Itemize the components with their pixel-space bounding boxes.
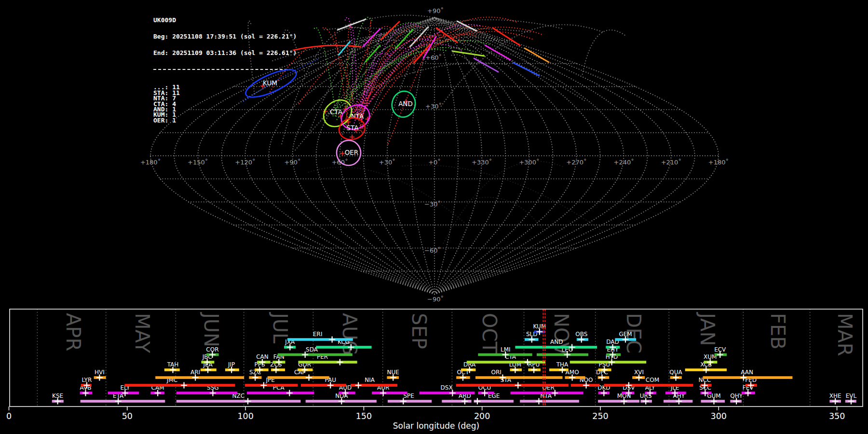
radiant-label-AND: AND bbox=[398, 100, 413, 108]
lat-label: −30˚ bbox=[424, 201, 441, 208]
lon-label: +270˚ bbox=[566, 159, 586, 166]
shower-peak-JMC bbox=[181, 382, 187, 389]
shower-label-COM: COM bbox=[646, 377, 659, 383]
shower-label-OBS: OBS bbox=[575, 331, 587, 338]
shower-bar-PAU bbox=[301, 384, 346, 387]
x-axis-title: Solar longitude (deg) bbox=[393, 421, 480, 431]
shower-QHY: QHY bbox=[730, 393, 743, 405]
lon-label: +300˚ bbox=[519, 159, 539, 166]
shower-label-THA: THA bbox=[556, 361, 569, 368]
month-label-AUG: AUG bbox=[339, 313, 361, 355]
lon-label: +180˚ bbox=[140, 159, 161, 166]
meteor-streak bbox=[293, 45, 361, 50]
sporadic-tracks bbox=[414, 52, 426, 73]
longitude-labels: +180˚+150˚+120˚+90˚+60˚+30˚+0˚+330˚+300˚… bbox=[140, 159, 729, 166]
shower-label-QUA: QUA bbox=[669, 369, 682, 376]
lon-label: +30˚ bbox=[379, 159, 395, 166]
x-tick-label: 250 bbox=[592, 411, 608, 421]
shower-bar-SSG bbox=[176, 392, 238, 394]
shower-peak-PER bbox=[337, 359, 343, 366]
meteor-trails bbox=[244, 15, 626, 244]
sporadic-tracks bbox=[583, 30, 626, 74]
shower-label-XVI: XVI bbox=[634, 369, 644, 376]
month-label-MAR: MAR bbox=[834, 313, 856, 356]
shower-bar-CTA bbox=[467, 361, 545, 364]
sporadic-faint bbox=[444, 162, 563, 244]
sporadic-faint bbox=[307, 167, 466, 224]
lat-label: +60˚ bbox=[425, 54, 442, 61]
grid-meridian bbox=[434, 17, 719, 294]
shower-label-LMI: LMI bbox=[501, 346, 511, 353]
shower-peak-NIA bbox=[355, 382, 362, 389]
shower-label-KSE: KSE bbox=[52, 393, 63, 399]
sta-tracks bbox=[347, 25, 352, 125]
shower-label-ERI: ERI bbox=[313, 331, 322, 338]
sky-map: +180˚+150˚+120˚+90˚+60˚+30˚+0˚+330˚+300˚… bbox=[140, 7, 729, 303]
shower-bar-AND bbox=[515, 346, 597, 349]
shower-bar-JPE bbox=[245, 384, 298, 387]
shower-XVI: XVI bbox=[632, 369, 645, 381]
shower-label-COR: COR bbox=[206, 346, 218, 353]
shower-bar-THA bbox=[549, 368, 569, 371]
radiant-label-CTA: CTA bbox=[330, 108, 343, 116]
sporadic-tracks bbox=[441, 25, 605, 106]
month-label-JAN: JAN bbox=[696, 312, 719, 346]
radiant-label-KUM: KUM bbox=[263, 79, 277, 87]
lon-label: +120˚ bbox=[235, 159, 255, 166]
shower-label-XHE: XHE bbox=[829, 393, 841, 399]
shower-label-ECV: ECV bbox=[714, 346, 726, 353]
shower-label-QHY: QHY bbox=[730, 393, 743, 399]
x-axis: 050100150200250300350Solar longitude (de… bbox=[6, 407, 845, 431]
shower-KSE: KSE bbox=[52, 393, 64, 405]
shower-label-DSX: DSX bbox=[441, 384, 453, 391]
shower-bar-PCA bbox=[247, 392, 314, 394]
shower-label-NIA: NIA bbox=[365, 377, 375, 383]
shower-bar-KCG bbox=[316, 346, 371, 349]
lon-label: +180˚ bbox=[708, 159, 729, 166]
x-tick-label: 0 bbox=[6, 411, 12, 421]
lat-label: −60˚ bbox=[424, 247, 441, 254]
shower-HVI: HVI bbox=[94, 369, 106, 381]
radiant-label-STA: STA bbox=[346, 124, 359, 132]
shower-label-CAN: CAN bbox=[256, 353, 269, 360]
meteor-streak bbox=[525, 48, 549, 62]
shower-label-AAN: AAN bbox=[741, 369, 753, 376]
x-tick-label: 350 bbox=[829, 411, 845, 421]
shower-bar-COM bbox=[604, 384, 693, 387]
shower-bar-JMC bbox=[124, 384, 235, 387]
meteor-streak bbox=[474, 58, 498, 72]
lon-label: +240˚ bbox=[614, 159, 634, 166]
shower-bars: KSEETANZCNDASPEARDEGENTAMONURSAHYGUMQHYX… bbox=[52, 323, 857, 405]
single-trail bbox=[244, 59, 319, 101]
lon-label: +210˚ bbox=[661, 159, 681, 166]
shower-bar-SDA bbox=[278, 353, 353, 356]
shower-bar-ETA bbox=[81, 400, 165, 403]
month-labels: APRMAYJUNJULAUGSEPOCTNOVDECJANFEBMAR bbox=[62, 312, 856, 356]
radiant-cross bbox=[340, 151, 345, 156]
shower-NUE: NUE bbox=[387, 369, 399, 381]
sta-tracks bbox=[357, 27, 543, 118]
shower-label-ARI: ARI bbox=[190, 369, 200, 376]
shower-label-AND: AND bbox=[550, 339, 563, 345]
nta-tracks bbox=[351, 26, 357, 118]
lat-label: −90˚ bbox=[427, 296, 444, 303]
shower-peak-STA bbox=[515, 382, 521, 389]
sporadic-faint bbox=[402, 165, 602, 231]
shower-OBS: OBS bbox=[575, 331, 588, 343]
month-label-MAY: MAY bbox=[131, 313, 153, 353]
sporadic-tracks bbox=[273, 20, 563, 100]
nta-tracks bbox=[356, 48, 406, 119]
shower-label-ORI: ORI bbox=[491, 369, 501, 376]
shower-label-GEM: GEM bbox=[619, 331, 632, 338]
shower-bar-CAP bbox=[268, 376, 329, 379]
shower-label-TAH: TAH bbox=[167, 361, 179, 368]
shower-bar-ORI bbox=[475, 376, 563, 379]
x-tick-label: 100 bbox=[237, 411, 253, 421]
month-label-JUN: JUN bbox=[200, 312, 222, 347]
cta-tracks bbox=[314, 27, 337, 116]
shower-bar-PER bbox=[298, 361, 357, 364]
shower-bar-HYD bbox=[570, 361, 646, 364]
shower-peak-CAP bbox=[306, 375, 312, 381]
shower-bar-NTA bbox=[520, 400, 579, 403]
shower-bar-AUR bbox=[372, 392, 407, 394]
